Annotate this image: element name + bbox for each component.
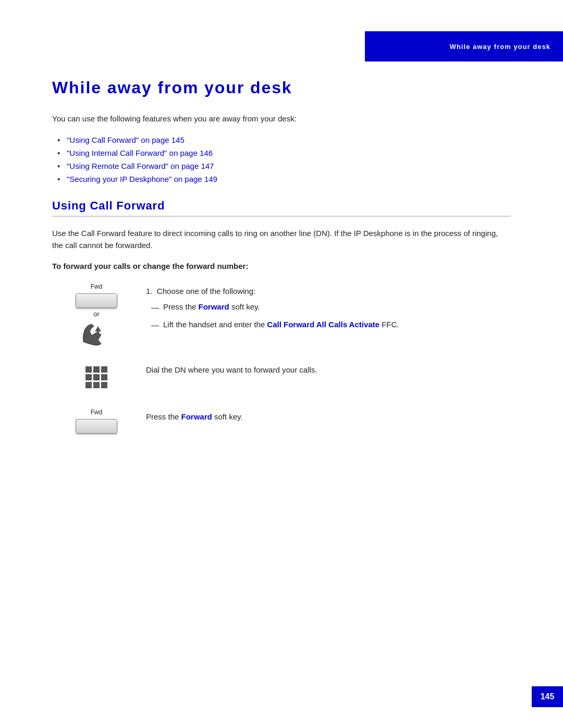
key-5 [93,374,100,380]
key-2 [93,366,100,373]
header-banner-text: While away from your desk [449,43,550,51]
section-body: Use the Call Forward feature to direct i… [52,227,511,252]
call-forward-activate-highlight: Call Forward All Calls Activate [267,320,380,329]
list-item: "Securing your IP Deskphone" on page 149 [57,175,511,183]
svg-marker-0 [95,326,101,331]
header-banner: While away from your desk [365,31,563,61]
key-9 [101,382,107,388]
bullet-list: "Using Call Forward" on page 145 "Using … [52,135,511,183]
key-1 [85,366,92,373]
step-1-number: 1. [146,287,157,295]
dash-icon: — [151,302,159,314]
step-1-image: Fwd or [63,283,130,346]
sub-step-1a-text: Press the Forward soft key. [163,301,260,313]
step-2-text: Dial the DN where you want to forward yo… [146,362,511,376]
key-8 [93,382,100,388]
key-4 [85,374,92,380]
step-1-text: 1. Choose one of the following: — Press … [146,283,511,336]
step-2-row: Dial the DN where you want to forward yo… [63,362,511,393]
fwd-button-visual-2 [76,419,117,434]
forward-highlight: Forward [199,302,229,311]
fwd-button-visual [76,293,117,308]
sub-step-1a: — Press the Forward soft key. [151,301,511,314]
list-item: "Using Remote Call Forward" on page 147 [57,162,511,170]
step-1-row: Fwd or 1. Choose one of the followi [63,283,511,346]
link-call-forward[interactable]: "Using Call Forward" on page 145 [67,135,185,144]
step-2-image [63,362,130,393]
fwd-label: Fwd [91,283,103,290]
fwd-button-container-2: Fwd [76,409,117,434]
svg-rect-1 [97,331,99,338]
step-3-image: Fwd [63,409,130,434]
link-remote-call-forward[interactable]: "Using Remote Call Forward" on page 147 [67,162,214,170]
step-2-body: Dial the DN where you want to forward yo… [146,365,317,374]
sub-step-1b-text: Lift the handset and enter the Call Forw… [163,319,399,331]
page-number-box: 145 [532,686,563,707]
page-number: 145 [541,692,555,701]
handset-icon [78,321,115,346]
key-6 [101,374,107,380]
step-3-row: Fwd Press the Forward soft key. [63,409,511,434]
forward-highlight-3: Forward [181,412,212,421]
list-item: "Using Internal Call Forward" on page 14… [57,149,511,157]
step-3-text: Press the Forward soft key. [146,409,511,423]
key-3 [101,366,107,373]
sub-step-1b: — Lift the handset and enter the Call Fo… [151,319,511,331]
step-1-choose: Choose one of the following: [157,287,255,295]
keypad-grid [85,366,107,388]
list-item: "Using Call Forward" on page 145 [57,135,511,144]
intro-text: You can use the following features when … [52,113,511,125]
link-internal-call-forward[interactable]: "Using Internal Call Forward" on page 14… [67,149,213,157]
link-securing-deskphone[interactable]: "Securing your IP Deskphone" on page 149 [67,175,217,183]
dash-icon-2: — [151,319,159,331]
key-7 [85,382,92,388]
steps-container: Fwd or 1. Choose one of the followi [63,283,511,434]
or-text: or [93,310,100,318]
bold-instruction: To forward your calls or change the forw… [52,262,511,270]
fwd-label-2: Fwd [91,409,103,416]
handset-svg [78,321,115,348]
page-content: While away from your desk You can use th… [52,78,511,449]
fwd-button-container: Fwd [76,283,117,308]
page-title: While away from your desk [52,78,511,97]
section-heading-call-forward: Using Call Forward [52,199,511,217]
